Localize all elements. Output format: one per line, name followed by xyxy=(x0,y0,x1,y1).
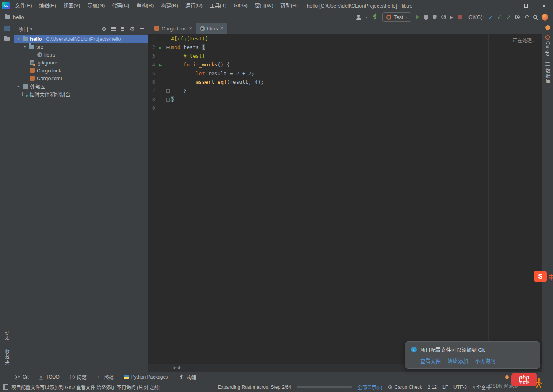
cargo-check-status[interactable]: Cargo Check xyxy=(388,384,422,390)
indent-setting[interactable]: 4 个空格 xyxy=(472,384,491,390)
expand-all-button[interactable] xyxy=(111,27,116,31)
coverage-button[interactable] xyxy=(433,15,437,19)
tree-item-hello[interactable]: ▾ hello C:\Users\dell\CLionProjects\hell… xyxy=(14,35,148,43)
fold-marker-icon[interactable] xyxy=(166,89,170,93)
git-rollback-button[interactable]: ↶ xyxy=(524,14,529,20)
run-test-icon[interactable]: ▶ xyxy=(159,45,162,50)
stripe-button-database[interactable]: 数据库 xyxy=(544,62,551,84)
tool-button-build[interactable]: 构建 xyxy=(178,374,196,381)
close-tab-icon[interactable]: × xyxy=(220,26,223,31)
tool-button-terminal[interactable]: 终端 xyxy=(97,374,114,381)
menu-tools[interactable]: 工具(T) xyxy=(206,0,230,11)
hammer-icon xyxy=(179,375,184,380)
breadcrumb-scope[interactable]: tests xyxy=(173,365,182,371)
git-history-button[interactable] xyxy=(515,15,520,19)
project-breadcrumb[interactable]: hello xyxy=(5,14,24,20)
project-panel-header: 项目 ▾ ⊕ ⚙ xyxy=(14,23,148,34)
user-icon[interactable] xyxy=(356,15,361,20)
minimize-button[interactable] xyxy=(498,0,517,11)
panel-header-actions: ⊕ ⚙ xyxy=(102,26,144,32)
maximize-button[interactable] xyxy=(517,0,535,11)
caret-position[interactable]: 2:12 xyxy=(428,384,437,390)
locate-file-button[interactable]: ⊕ xyxy=(102,26,107,32)
tool-button-label: Git xyxy=(23,374,28,380)
tree-item-label: lib.rs xyxy=(44,52,55,58)
tool-button-python-packages[interactable]: Python Packages xyxy=(124,374,168,380)
profiler-button[interactable] xyxy=(441,15,446,19)
menu-edit[interactable]: 编辑(E) xyxy=(36,0,60,11)
stripe-button-favorites[interactable]: 收藏夹 xyxy=(4,349,10,366)
tool-button-git[interactable]: Git xyxy=(15,374,28,380)
terminal-icon xyxy=(97,375,102,379)
line-number: 8 xyxy=(148,97,155,102)
tab-label: lib.rs xyxy=(207,26,218,32)
always-add-link[interactable]: 始终添加 xyxy=(448,357,468,364)
editor-code[interactable]: #[cfg(test)]mod tests { #[test] fn it_wo… xyxy=(166,34,542,364)
fold-marker-icon[interactable] xyxy=(166,46,170,49)
run-config-selector[interactable]: Test ▾ xyxy=(382,12,411,22)
git-label: Git(G): xyxy=(468,14,484,20)
chevron-down-icon[interactable]: ▾ xyxy=(30,27,32,31)
tree-item-src[interactable]: ▾ src xyxy=(14,43,148,51)
build-project-button[interactable] xyxy=(372,14,378,20)
settings-gear-icon[interactable]: ⚙ xyxy=(130,26,135,32)
menu-navigate[interactable]: 导航(N) xyxy=(84,0,108,11)
chevron-down-icon[interactable]: ▾ xyxy=(23,45,27,49)
collapse-all-button[interactable] xyxy=(121,27,124,31)
tree-item-scratches[interactable]: 临时文件和控制台 xyxy=(14,90,148,98)
menu-refactor[interactable]: 重构(R) xyxy=(133,0,157,11)
stripe-button-structure[interactable]: 结构 xyxy=(4,331,10,342)
tab-lib-rs[interactable]: lib.rs × xyxy=(196,23,227,34)
status-message[interactable]: 项目配置文件可以添加到 Git // 查看文件 始终添加 不再询问 (片刻 之前… xyxy=(11,384,160,390)
tool-button-todo[interactable]: TODO xyxy=(39,374,59,380)
tree-item-cargo-toml[interactable]: Cargo.toml xyxy=(14,74,148,82)
debug-button[interactable] xyxy=(424,15,428,20)
show-all-link[interactable]: 全部显示(2) xyxy=(357,384,382,390)
run-test-icon[interactable]: ▶ xyxy=(159,63,162,67)
fold-marker-icon[interactable] xyxy=(166,98,170,102)
menu-window[interactable]: 窗口(W) xyxy=(251,0,277,11)
git-update-button[interactable]: ↙ xyxy=(488,14,493,20)
search-everywhere-button[interactable] xyxy=(533,15,537,19)
run-button[interactable] xyxy=(416,15,419,19)
tree-item-external-libraries[interactable]: ▸ 外部库 xyxy=(14,82,148,90)
file-encoding[interactable]: UTF-8 xyxy=(453,384,467,390)
close-button[interactable]: × xyxy=(535,0,553,11)
git-push-button[interactable]: ↗ xyxy=(506,14,511,20)
stripe-button-project[interactable] xyxy=(4,26,10,31)
git-commit-button[interactable]: ✓ xyxy=(497,14,502,20)
menu-run[interactable]: 运行(U) xyxy=(182,0,206,11)
close-tab-icon[interactable]: × xyxy=(189,26,192,31)
profile-avatar-icon[interactable] xyxy=(542,14,548,21)
menu-help[interactable]: 帮助(H) xyxy=(277,0,301,11)
notifications-indicator[interactable] xyxy=(545,25,550,30)
menu-file[interactable]: 文件(F) xyxy=(11,0,36,11)
left-toolwindow-stripe: 结构 收藏夹 xyxy=(0,23,14,372)
chevron-right-icon[interactable]: ▸ xyxy=(17,84,21,88)
run-tasks-button[interactable]: ▶ xyxy=(450,15,453,20)
chevron-down-icon[interactable]: ▾ xyxy=(17,37,21,41)
status-bar: 项目配置文件可以添加到 Git // 查看文件 始终添加 不再询问 (片刻 之前… xyxy=(0,382,553,392)
tree-item-gitignore[interactable]: .gitignore xyxy=(14,58,148,66)
stripe-button-commit[interactable] xyxy=(4,35,10,42)
menu-git[interactable]: Git(G) xyxy=(230,0,251,11)
stop-button[interactable] xyxy=(458,15,462,19)
dont-ask-link[interactable]: 不再询问 xyxy=(475,357,495,364)
tool-button-label: 问题 xyxy=(77,374,87,381)
tree-item-lib-rs[interactable]: lib.rs xyxy=(14,51,148,58)
tree-item-cargo-lock[interactable]: Cargo.lock xyxy=(14,66,148,74)
title-bar: CL 文件(F) 编辑(E) 视图(V) 导航(N) 代码(C) 重构(R) 构… xyxy=(0,0,553,11)
hide-panel-button[interactable] xyxy=(140,28,144,29)
menu-view[interactable]: 视图(V) xyxy=(60,0,84,11)
tool-button-problems[interactable]: ! 问题 xyxy=(70,374,87,381)
menu-build[interactable]: 构建(B) xyxy=(157,0,181,11)
editor-tab-bar: Cargo.toml × lib.rs × xyxy=(148,23,542,34)
toolwindow-toggle-icon[interactable] xyxy=(3,384,8,390)
panel-title[interactable]: 项目 xyxy=(18,25,28,32)
tab-cargo-toml[interactable]: Cargo.toml × xyxy=(150,23,196,34)
menu-code[interactable]: 代码(C) xyxy=(108,0,133,11)
view-files-link[interactable]: 查看文件 xyxy=(420,357,441,364)
editor-area[interactable]: 12▶34▶56789 #[cfg(test)]mod tests { #[te… xyxy=(148,34,542,364)
stripe-button-cargo[interactable]: Cargo xyxy=(545,35,551,57)
line-separator[interactable]: LF xyxy=(442,384,448,390)
